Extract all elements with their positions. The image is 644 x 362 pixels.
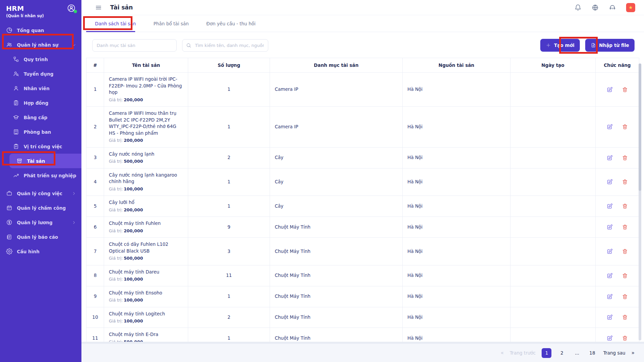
globe-icon[interactable] (592, 4, 599, 11)
trash-icon[interactable] (622, 273, 628, 279)
category-cell: Chuột Máy Tính (270, 217, 403, 238)
sidebar-item-quy-trinh[interactable]: Quy trình (0, 52, 81, 67)
language-flag-button[interactable]: ★ (626, 3, 635, 12)
sidebar-item-quan-ly-luong[interactable]: Quản lý lương (0, 215, 81, 230)
tab-don-yeu-cau-thu-hoi[interactable]: Đơn yêu cầu - thu hồi (198, 15, 265, 32)
people-icon (6, 42, 13, 48)
trash-icon[interactable] (622, 335, 628, 341)
trash-icon[interactable] (622, 155, 628, 161)
user-avatar[interactable] (67, 3, 77, 14)
edit-icon[interactable] (606, 155, 613, 161)
sidebar-item-label: Quản lý báo cáo (17, 234, 58, 240)
trash-icon[interactable] (622, 86, 628, 93)
table-row: 6Chuột máy tính FuhlenGiá trị:200,0009Ch… (86, 217, 639, 238)
asset-name: Camera IP WIFI ngoài trời IPC-F22EP- Imo… (109, 76, 183, 96)
menu-toggle-button[interactable] (95, 4, 102, 11)
edit-icon[interactable] (606, 273, 613, 279)
source-cell: Hà Nội (402, 168, 510, 196)
page-button[interactable]: ... (572, 348, 582, 358)
edit-icon[interactable] (606, 224, 613, 230)
value-label: Giá trị: (109, 229, 123, 233)
import-file-button[interactable]: Nhập từ file (585, 39, 635, 52)
trash-icon[interactable] (622, 224, 628, 230)
sidebar-item-tuyen-dung[interactable]: Tuyển dụng (0, 67, 81, 81)
edit-icon[interactable] (606, 124, 613, 130)
value-amount: 100,000 (124, 277, 143, 282)
sidebar-item-tong-quan[interactable]: Tổng quan (0, 23, 81, 37)
create-button[interactable]: Tạo mới (540, 39, 580, 52)
sidebar-item-phong-ban[interactable]: Phòng ban (0, 125, 81, 139)
sidebar-item-cau-hinh[interactable]: Cấu hình (0, 244, 81, 259)
bell-icon[interactable] (574, 4, 581, 11)
prev-page-button[interactable]: Trang trước (510, 350, 536, 356)
trash-icon[interactable] (622, 293, 628, 300)
trash-icon[interactable] (622, 314, 628, 320)
tab-label: Phân bổ tài sản (153, 21, 189, 26)
sidebar-item-tai-san[interactable]: Tài sản (9, 154, 81, 168)
tab-danh-sach-tai-san[interactable]: Danh sách tài sản (86, 15, 145, 32)
created-date-cell (510, 328, 595, 342)
category-cell: Camera IP (270, 73, 403, 107)
edit-icon[interactable] (606, 248, 613, 255)
row-actions (600, 248, 634, 255)
trash-icon[interactable] (622, 124, 628, 130)
page-button[interactable]: 18 (587, 348, 597, 358)
sidebar-item-quan-ly-nhan-su[interactable]: Quản lý nhân sự (0, 37, 81, 52)
sidebar-item-quan-ly-cong-viec[interactable]: Quản lý công việc (0, 186, 81, 201)
next-arrow[interactable]: » (631, 350, 635, 356)
briefcase-icon (6, 190, 13, 197)
prev-arrow[interactable]: « (501, 350, 504, 356)
trash-icon[interactable] (622, 203, 628, 209)
file-import-icon (591, 43, 596, 48)
trash-icon[interactable] (622, 248, 628, 255)
chevron-down-icon (72, 43, 76, 47)
value-label: Giá trị: (109, 187, 123, 191)
sidebar-item-quan-ly-bao-cao[interactable]: Quản lý báo cáo (0, 230, 81, 244)
support-icon[interactable] (609, 4, 616, 11)
row-index: 1 (86, 73, 104, 107)
category-filter-input[interactable] (92, 39, 177, 52)
row-index: 10 (86, 307, 104, 328)
table-row: 10Chuột máy tính LogitechGiá trị:100,000… (86, 307, 639, 328)
clipboard-icon (13, 143, 19, 150)
category-cell: Chuột Máy Tính (270, 307, 403, 328)
chevron-right-icon (72, 191, 76, 196)
quantity-cell: 1 (188, 286, 270, 307)
edit-icon[interactable] (606, 179, 613, 185)
sidebar-item-bang-cap[interactable]: Bằng cấp (0, 110, 81, 125)
edit-icon[interactable] (606, 86, 613, 93)
source-cell: Hà Nội (402, 265, 510, 286)
edit-icon[interactable] (606, 203, 613, 209)
sidebar-item-quan-ly-cham-cong[interactable]: Quản lý chấm công (0, 201, 81, 215)
scrollbar-thumb[interactable] (639, 63, 641, 191)
page-button[interactable]: 2 (557, 348, 567, 358)
quantity-cell: 2 (188, 307, 270, 328)
value-label: Giá trị: (109, 208, 123, 212)
tab-phan-bo-tai-san[interactable]: Phân bổ tài sản (145, 15, 197, 32)
asset-value: Giá trị:100,000 (109, 297, 183, 303)
source-cell: Hà Nội (402, 196, 510, 217)
search-input[interactable] (182, 39, 268, 52)
sidebar-item-label: Tuyển dụng (24, 71, 53, 77)
edit-icon[interactable] (606, 335, 613, 341)
report-icon (6, 234, 13, 240)
category-cell: Chuột Máy Tính (270, 265, 403, 286)
star-icon: ★ (628, 5, 633, 10)
pagination: « Trang trước 12...18 Trang sau » (81, 342, 644, 362)
row-index: 2 (86, 107, 104, 148)
sidebar-item-nhan-vien[interactable]: Nhân viên (0, 81, 81, 96)
edit-icon[interactable] (606, 314, 613, 320)
sidebar-item-phat-trien-su-nghiep[interactable]: Phát triển sự nghiệp (0, 168, 81, 183)
next-page-button[interactable]: Trang sau (603, 350, 625, 356)
sidebar-item-vi-tri-cong-viec[interactable]: Vị trí công việc (0, 139, 81, 154)
category-cell: Chuột Máy Tính (270, 286, 403, 307)
edit-icon[interactable] (606, 293, 613, 300)
sidebar-item-hop-dong[interactable]: Hợp đồng (0, 96, 81, 110)
trash-icon[interactable] (622, 179, 628, 185)
asset-value: Giá trị:200,000 (109, 137, 183, 144)
row-index: 6 (86, 217, 104, 238)
asset-name: Cây nước nóng lạnh kangaroo chính hãng (109, 172, 183, 185)
vertical-scrollbar[interactable] (639, 63, 641, 340)
page-button-current[interactable]: 1 (542, 348, 551, 358)
value-amount: 100,000 (124, 318, 143, 324)
